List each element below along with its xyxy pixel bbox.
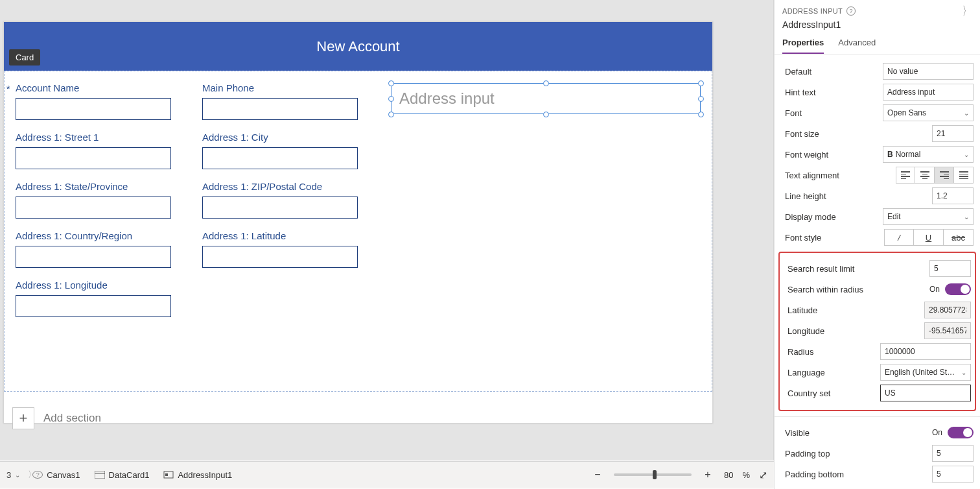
italic-button[interactable]: / [884,229,914,246]
prop-searchradius-label: Search within radius [784,285,929,294]
breadcrumb-datacard1[interactable]: DataCard1 [95,470,150,480]
align-center-button[interactable] [915,167,935,184]
properties-panel: ADDRESS INPUT ? 〉 AddressInput1 Properti… [774,0,980,489]
prop-countryset-label: Country set [784,388,880,398]
field-latitude: Address 1: Latitude [198,230,385,268]
field-input-latitude[interactable] [202,246,358,268]
field-zip: Address 1: ZIP/Postal Code [198,181,385,219]
prop-fontsize-label: Font size [781,129,932,139]
align-left-button[interactable] [896,167,915,184]
field-label: Main Phone [198,82,385,93]
align-right-button[interactable] [935,167,954,184]
chevron-down-icon: ⌄ [964,110,969,117]
prop-fontweight-select[interactable]: BNormal ⌄ [883,146,974,163]
field-main-phone: Main Phone [198,82,385,120]
chevron-down-icon: ⌄ [961,369,966,376]
field-street1: Address 1: Street 1 [12,132,198,169]
form-canvas[interactable]: New Account * Account Name Main Phone [3,21,713,423]
prop-hint-label: Hint text [781,88,883,97]
breadcrumb-label: AddressInput1 [178,470,232,480]
field-input-zip[interactable] [202,197,358,219]
bottom-bar: 3 ⌄ 〉 ? Canvas1 DataCard1 AddressInput1 … [0,461,774,488]
field-label: Address 1: City [198,132,385,143]
field-label: Account Name [12,82,198,93]
field-label: Address 1: Country/Region [12,230,198,241]
selection-handle[interactable] [698,112,704,117]
breadcrumb-label: DataCard1 [109,470,150,480]
expand-icon[interactable]: ⤢ [759,469,767,481]
prop-searchlimit-input[interactable] [929,260,971,277]
form-title: New Account [316,38,399,55]
underline-button[interactable]: U [914,229,944,246]
field-input-country[interactable] [16,246,171,268]
prop-lineheight-label: Line height [781,191,932,201]
prop-latitude-input[interactable] [924,302,971,318]
field-input-longitude[interactable] [16,295,171,317]
prop-padtop-label: Padding top [781,449,932,459]
font-style-group: / U abc [884,229,974,246]
field-label: Address 1: Street 1 [12,132,198,143]
panel-header: ADDRESS INPUT ? 〉 [775,0,980,18]
breadcrumb-root[interactable]: 3 ⌄ [6,470,20,480]
zoom-slider[interactable] [614,473,692,476]
add-section-button[interactable]: + Add section [12,407,101,429]
required-star: * [6,84,10,94]
form-title-bar: New Account [4,22,712,71]
selection-handle[interactable] [543,80,549,86]
zoom-in-button[interactable]: + [701,469,715,481]
tab-advanced[interactable]: Advanced [838,34,876,54]
field-input-state[interactable] [16,197,171,219]
prop-default-input[interactable] [883,63,974,80]
prop-font-select[interactable]: Open Sans⌄ [883,104,974,121]
zoom-out-button[interactable]: − [590,469,605,481]
field-input-main-phone[interactable] [202,98,358,120]
prop-padbottom-input[interactable] [932,466,974,483]
tab-properties[interactable]: Properties [782,34,824,54]
prop-countryset-input[interactable] [880,385,971,401]
prop-language-label: Language [784,368,880,377]
breadcrumb-addressinput1[interactable]: AddressInput1 [163,470,232,480]
field-input-city[interactable] [202,147,358,169]
field-input-account-name[interactable] [16,98,171,120]
prop-lineheight-input[interactable] [932,187,974,204]
prop-fontsize-input[interactable] [932,125,974,142]
prop-searchradius-toggle[interactable] [945,283,971,295]
breadcrumb-canvas1[interactable]: ? Canvas1 [32,470,80,480]
zoom-thumb[interactable] [653,470,657,479]
address-input-control[interactable]: Address input [391,83,701,114]
svg-rect-0 [95,471,105,479]
prop-longitude-label: Longitude [784,326,924,336]
selection-handle[interactable] [698,80,704,86]
prop-fontweight-label: Font weight [781,150,883,160]
selection-handle[interactable] [388,96,394,102]
prop-language-select[interactable]: English (United States)⌄ [880,364,971,381]
prop-displaymode-select[interactable]: Edit⌄ [883,208,974,225]
prop-longitude-input[interactable] [924,322,971,339]
field-state: Address 1: State/Province [12,181,198,219]
card-tooltip: Card [9,49,40,66]
prop-visible-toggle[interactable] [948,427,974,438]
prop-font-label: Font [781,108,883,118]
help-icon[interactable]: ? [846,6,856,16]
plus-icon: + [12,407,34,429]
prop-padtop-input[interactable] [932,445,974,462]
strike-button[interactable]: abc [944,229,974,246]
prop-default-label: Default [781,67,883,77]
selection-handle[interactable] [388,80,394,86]
selection-handle[interactable] [698,96,704,102]
panel-collapse-icon[interactable]: 〉 [962,3,970,19]
divider [775,416,980,417]
control-type-label: ADDRESS INPUT [782,7,843,15]
chevron-down-icon: ⌄ [964,151,969,158]
field-input-street1[interactable] [16,147,171,169]
selection-handle[interactable] [388,112,394,117]
prop-fontstyle-label: Font style [781,233,884,243]
prop-align-label: Text alignment [781,171,896,180]
help-icon: ? [32,471,43,479]
address-input-placeholder: Address input [399,89,495,108]
prop-radius-input[interactable] [880,343,971,360]
selection-handle[interactable] [543,112,549,117]
align-justify-button[interactable] [954,167,974,184]
prop-radius-label: Radius [784,347,880,357]
prop-hint-input[interactable] [883,84,974,101]
